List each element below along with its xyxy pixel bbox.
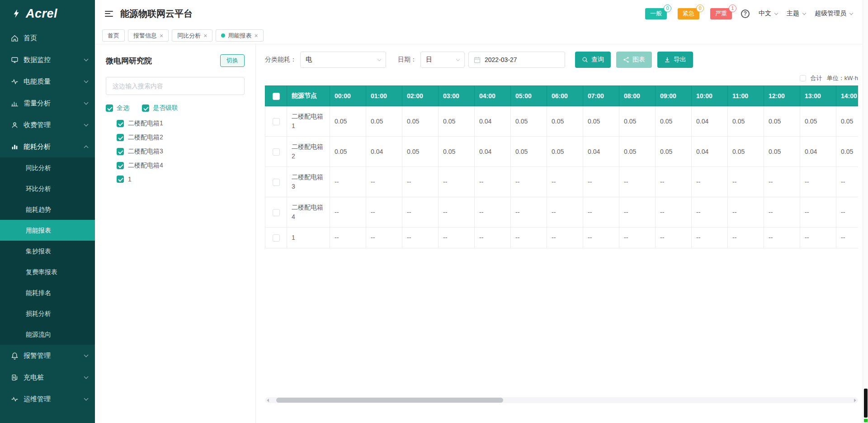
row-checkbox[interactable] — [273, 118, 280, 125]
row-select-cell[interactable] — [265, 106, 287, 137]
close-icon[interactable]: × — [203, 33, 207, 39]
sidebar-item-demand-analysis[interactable]: 需量分析 — [0, 92, 95, 114]
tree-node[interactable]: 二楼配电箱3 — [117, 147, 245, 156]
sidebar-item-charging-pile[interactable]: 充电桩 — [0, 366, 95, 388]
tree-node[interactable]: 1 — [117, 176, 245, 183]
switch-button[interactable]: 切换 — [220, 54, 245, 67]
submenu-item-loss-analysis[interactable]: 损耗分析 — [0, 303, 95, 324]
value-cell: -- — [619, 197, 656, 228]
tree-search-input[interactable] — [106, 77, 245, 95]
scroll-left-arrow-icon[interactable] — [267, 399, 269, 402]
page-vertical-scrollbar[interactable] — [863, 0, 868, 423]
badge-critical[interactable]: 严重1 — [710, 8, 732, 19]
sidebar-item-billing-management[interactable]: 收费管理 — [0, 114, 95, 136]
submenu-item-energy-flow[interactable]: 能源流向 — [0, 324, 95, 345]
chevron-down-icon — [802, 11, 806, 14]
sidebar-item-data-monitoring[interactable]: 数据监控 — [0, 49, 95, 71]
cascade-option[interactable]: 是否级联 — [142, 104, 178, 112]
sidebar-item-power-quality[interactable]: 电能质量 — [0, 71, 95, 92]
sidebar-item-label: 电能质量 — [24, 77, 80, 86]
row-checkbox[interactable] — [273, 234, 280, 242]
value-cell: -- — [656, 228, 692, 248]
sidebar-item-label: 运维管理 — [24, 395, 80, 404]
table-row: 二楼配电箱4------------------------------ — [265, 197, 859, 228]
tab-yoy-analysis[interactable]: 同比分析× — [172, 29, 212, 42]
sidebar-item-energy-analysis[interactable]: 能耗分析 — [0, 136, 95, 157]
table-header-row: 能源节点00:0001:0002:0003:0004:0005:0006:000… — [265, 86, 859, 106]
submenu-item-energy-ranking[interactable]: 能耗排名 — [0, 282, 95, 303]
select-all-option[interactable]: 全选 — [106, 104, 129, 112]
table-header-time: 10:00 — [692, 86, 728, 106]
tab-label: 报警信息 — [133, 32, 157, 40]
language-switcher[interactable]: 中文 — [759, 10, 778, 18]
horizontal-scrollbar[interactable] — [265, 397, 858, 403]
export-button[interactable]: 导出 — [657, 52, 693, 68]
table-header-time: 02:00 — [402, 86, 439, 106]
tree-node-checkbox[interactable] — [117, 148, 124, 155]
row-select-cell[interactable] — [265, 137, 287, 167]
tree-node-checkbox[interactable] — [117, 176, 124, 183]
sidebar-item-ops-management[interactable]: 运维管理 — [0, 388, 95, 410]
sidebar-item-home[interactable]: 首页 — [0, 27, 95, 49]
node-cell: 二楼配电箱3 — [287, 167, 330, 197]
select-all-checkbox[interactable] — [106, 105, 113, 112]
tab-energy-report[interactable]: 用能报表× — [216, 29, 263, 42]
row-checkbox[interactable] — [273, 179, 280, 186]
theme-switcher[interactable]: 主题 — [787, 10, 806, 18]
value-cell: 0.05 — [764, 137, 800, 167]
date-type-select[interactable]: 日 — [420, 52, 465, 68]
close-icon[interactable]: × — [254, 33, 258, 39]
date-input[interactable] — [485, 56, 560, 63]
tree-node-checkbox[interactable] — [117, 162, 124, 169]
header-select-checkbox[interactable] — [273, 93, 280, 100]
total-checkbox[interactable] — [800, 75, 806, 81]
help-icon[interactable]: ? — [741, 10, 750, 18]
chevron-down-icon — [84, 352, 89, 357]
submenu-item-tariff-report[interactable]: 复费率报表 — [0, 261, 95, 282]
query-button[interactable]: 查询 — [575, 52, 611, 68]
submenu-item-yoy-analysis[interactable]: 同比分析 — [0, 157, 95, 178]
chevron-up-icon — [84, 145, 89, 150]
tab-alarm-info[interactable]: 报警信息× — [128, 29, 169, 42]
table-body: 二楼配电箱10.050.050.050.050.040.050.050.050.… — [265, 106, 859, 248]
row-select-cell[interactable] — [265, 197, 287, 228]
value-cell: -- — [800, 228, 836, 248]
submenu-item-energy-trend[interactable]: 能耗趋势 — [0, 199, 95, 220]
tree-node-checkbox[interactable] — [117, 120, 124, 127]
submenu-item-energy-report[interactable]: 用能报表 — [0, 220, 95, 241]
value-cell: -- — [511, 167, 547, 197]
submenu-item-meter-reading-report[interactable]: 集抄报表 — [0, 241, 95, 261]
vertical-scroll-thumb[interactable] — [864, 389, 868, 418]
row-checkbox[interactable] — [273, 209, 280, 216]
horizontal-scroll-thumb[interactable] — [276, 398, 503, 403]
close-icon[interactable]: × — [160, 33, 163, 39]
topbar: 能源物联网云平台 一般0紧急0严重1 ? 中文 主题 超级管理员 — [95, 0, 863, 27]
badge-general[interactable]: 一般0 — [645, 8, 667, 19]
tree-title: 微电网研究院 — [106, 56, 152, 66]
cascade-checkbox[interactable] — [142, 105, 149, 112]
ops-icon — [11, 395, 19, 403]
value-cell: -- — [583, 197, 619, 228]
node-cell: 1 — [287, 228, 330, 248]
tree-node[interactable]: 二楼配电箱1 — [117, 119, 245, 128]
row-checkbox[interactable] — [273, 148, 280, 156]
row-select-cell[interactable] — [265, 167, 287, 197]
badge-urgent[interactable]: 紧急0 — [678, 8, 699, 19]
row-select-cell[interactable] — [265, 228, 287, 248]
table-header-select-all[interactable] — [265, 86, 287, 106]
category-select[interactable]: 电 — [300, 52, 386, 68]
tree-node-checkbox[interactable] — [117, 134, 124, 141]
date-picker[interactable] — [468, 52, 565, 68]
sidebar-item-alarm-management[interactable]: 报警管理 — [0, 345, 95, 366]
chart-button[interactable]: 图表 — [616, 52, 652, 68]
tree-node[interactable]: 二楼配电箱4 — [117, 162, 245, 170]
value-cell: 0.04 — [475, 106, 511, 137]
user-menu[interactable]: 超级管理员 — [815, 10, 853, 18]
horizontal-scroll-track[interactable] — [270, 397, 853, 403]
tab-home[interactable]: 首页 — [102, 29, 125, 42]
menu-fold-icon[interactable] — [105, 9, 113, 18]
tree-node[interactable]: 二楼配电箱2 — [117, 133, 245, 142]
scroll-right-arrow-icon[interactable] — [854, 399, 856, 402]
submenu-item-mom-analysis[interactable]: 环比分析 — [0, 178, 95, 199]
value-cell: -- — [836, 228, 859, 248]
